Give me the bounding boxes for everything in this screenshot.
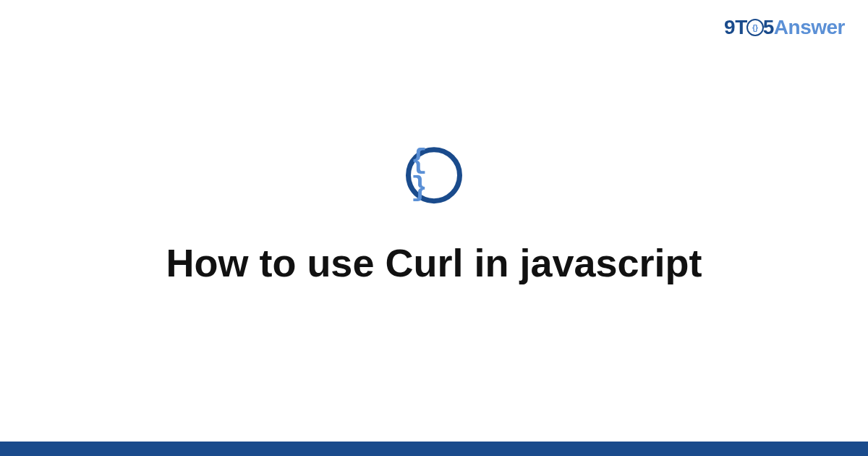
topic-icon-circle: { } [406, 147, 462, 203]
page-title: How to use Curl in javascript [166, 240, 702, 287]
footer-accent-bar [0, 442, 868, 456]
brand-logo: 9T5Answer [724, 16, 845, 39]
brand-logo-circle-icon [746, 19, 764, 36]
main-content: { } How to use Curl in javascript [0, 147, 868, 287]
brand-text-5: 5 [763, 16, 774, 38]
brand-text-answer: Answer [774, 16, 845, 38]
brand-text-9t: 9T [724, 16, 747, 38]
code-braces-icon: { } [411, 147, 457, 202]
